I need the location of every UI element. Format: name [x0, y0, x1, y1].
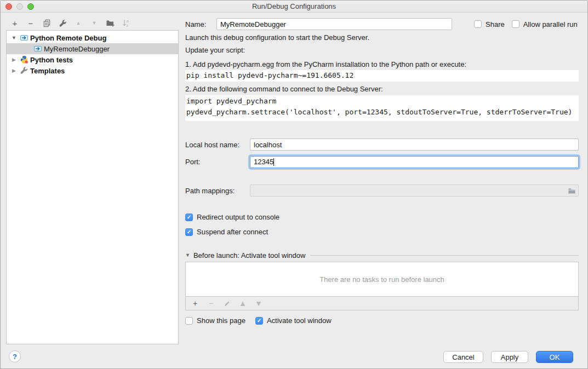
- suspend-after-connect-checkbox[interactable]: ✓: [185, 228, 193, 236]
- sort-alphabetically-icon: a z: [122, 19, 130, 27]
- step-2-text: 2. Add the following command to connect …: [185, 84, 383, 95]
- check-icon: ✓: [257, 318, 261, 324]
- copy-configuration-icon[interactable]: [42, 19, 51, 27]
- dialog-buttons: Cancel Apply OK: [443, 351, 573, 363]
- wrench-icon: [20, 66, 28, 75]
- activate-tool-window-checkbox[interactable]: ✓: [255, 317, 263, 325]
- tree-item-myremotedebugger[interactable]: MyRemoteDebugger: [7, 43, 178, 54]
- svg-text:z: z: [127, 24, 129, 27]
- run-debug-configurations-dialog: Run/Debug Configurations + − ▲ ▼: [0, 0, 588, 369]
- description-line-2: Update your script:: [185, 45, 245, 56]
- text-caret: [273, 158, 274, 166]
- local-host-label: Local host name:: [185, 141, 250, 149]
- empty-tasks-message: There are no tasks to run before launch: [319, 275, 444, 284]
- window-title: Run/Debug Configurations: [1, 1, 587, 13]
- name-row: Name: Share Allow parallel run: [185, 18, 579, 30]
- step-1-text: 1. Add pydevd-pycharm.egg from the PyCha…: [185, 59, 466, 70]
- new-folder-icon[interactable]: [106, 19, 115, 27]
- bottom-options-row: Show this page ✓ Activate tool window: [185, 316, 332, 325]
- cancel-button[interactable]: Cancel: [443, 351, 483, 363]
- configurations-tree: ▼ Python Remote Debug MyRemoteDebugger ▶: [6, 30, 179, 344]
- description-line-1: Launch this debug configuration to start…: [185, 32, 369, 43]
- allow-parallel-run-label: Allow parallel run: [523, 20, 578, 28]
- tree-item-label: Python Remote Debug: [30, 34, 106, 42]
- edit-task-pencil-icon: [222, 299, 231, 308]
- ok-button[interactable]: OK: [536, 351, 573, 363]
- tree-item-python-tests[interactable]: ▶ Python tests: [7, 54, 178, 65]
- move-task-up-button: ▲: [238, 299, 247, 308]
- redirect-output-label: Redirect output to console: [197, 213, 279, 221]
- title-bar: Run/Debug Configurations: [1, 1, 587, 13]
- name-input[interactable]: [216, 18, 452, 30]
- show-this-page-label: Show this page: [197, 316, 246, 325]
- before-launch-task-list[interactable]: There are no tasks to run before launch: [185, 262, 579, 297]
- svg-text:a: a: [127, 19, 129, 23]
- suspend-after-connect-label: Suspend after connect: [197, 228, 268, 236]
- tree-item-label: MyRemoteDebugger: [44, 45, 110, 53]
- check-icon: ✓: [187, 229, 191, 235]
- share-label: Share: [486, 20, 505, 28]
- browse-folder-icon[interactable]: [567, 186, 576, 195]
- path-mappings-row: Path mappings:: [185, 184, 579, 197]
- move-up-button: ▲: [74, 19, 83, 27]
- redirect-output-checkbox[interactable]: ✓: [185, 214, 193, 221]
- activate-tool-window-checkbox-item[interactable]: ✓ Activate tool window: [255, 316, 332, 325]
- allow-parallel-run-checkbox[interactable]: [512, 20, 520, 28]
- share-checkbox-item[interactable]: Share: [474, 20, 505, 28]
- port-label: Port:: [185, 158, 250, 166]
- settrace-code-block: import pydevd_pycharm pydevd_pycharm.set…: [185, 95, 579, 121]
- check-icon: ✓: [187, 214, 191, 220]
- remote-debug-icon: [33, 44, 42, 53]
- apply-button[interactable]: Apply: [491, 351, 528, 363]
- edit-templates-wrench-icon[interactable]: [58, 19, 67, 27]
- python-icon: [20, 55, 28, 64]
- configurations-toolbar: + − ▲ ▼ a z: [10, 17, 130, 29]
- help-button[interactable]: ?: [9, 350, 21, 362]
- code-line: pydevd_pycharm.settrace('localhost', por…: [185, 107, 579, 118]
- move-down-button: ▼: [90, 19, 99, 27]
- code-line: pip install pydevd-pycharm~=191.6605.12: [185, 70, 579, 81]
- header-rule: [311, 255, 579, 256]
- remove-task-button: −: [207, 299, 215, 308]
- code-line: import pydevd_pycharm: [185, 96, 579, 107]
- port-input[interactable]: [250, 156, 579, 168]
- add-configuration-button[interactable]: +: [10, 19, 19, 27]
- collapse-section-icon[interactable]: ▼: [185, 252, 190, 258]
- expand-arrow-icon[interactable]: ▼: [11, 35, 17, 41]
- collapse-arrow-icon[interactable]: ▶: [11, 57, 17, 62]
- tree-item-label: Python tests: [30, 56, 73, 64]
- redirect-output-checkbox-item[interactable]: ✓ Redirect output to console: [185, 213, 279, 221]
- configuration-form: Name: Share Allow parallel run Launch th…: [179, 13, 587, 368]
- tree-item-python-remote-debug[interactable]: ▼ Python Remote Debug: [7, 32, 178, 43]
- remote-debug-icon: [20, 33, 28, 42]
- allow-parallel-run-checkbox-item[interactable]: Allow parallel run: [512, 20, 578, 28]
- show-this-page-checkbox-item[interactable]: Show this page: [185, 316, 246, 325]
- local-host-row: Local host name:: [185, 139, 579, 151]
- name-label: Name:: [185, 20, 216, 28]
- remove-configuration-button[interactable]: −: [26, 19, 35, 27]
- before-launch-header[interactable]: ▼ Before launch: Activate tool window: [185, 251, 579, 260]
- path-mappings-input[interactable]: [250, 184, 579, 197]
- pip-install-code-block: pip install pydevd-pycharm~=191.6605.12: [185, 70, 579, 82]
- activate-tool-window-label: Activate tool window: [267, 316, 332, 325]
- share-checkbox[interactable]: [474, 20, 482, 28]
- port-input-wrapper: [250, 156, 579, 168]
- add-task-button[interactable]: +: [191, 299, 199, 308]
- path-mappings-label: Path mappings:: [185, 187, 250, 195]
- collapse-arrow-icon[interactable]: ▶: [11, 68, 17, 73]
- local-host-input[interactable]: [250, 139, 579, 151]
- before-launch-toolbar: + − ▲ ▼: [185, 297, 579, 310]
- port-row: Port:: [185, 155, 579, 168]
- before-launch-label: Before launch: Activate tool window: [193, 251, 306, 260]
- suspend-after-connect-checkbox-item[interactable]: ✓ Suspend after connect: [185, 228, 268, 236]
- tree-item-templates[interactable]: ▶ Templates: [7, 65, 178, 76]
- move-task-down-button: ▼: [254, 299, 263, 308]
- show-this-page-checkbox[interactable]: [185, 317, 193, 325]
- tree-item-label: Templates: [30, 67, 65, 75]
